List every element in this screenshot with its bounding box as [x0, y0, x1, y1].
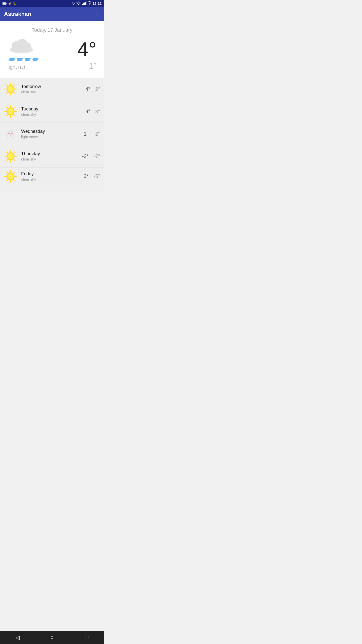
- today-temp-high: 4°: [77, 39, 97, 59]
- svg-line-56: [6, 152, 8, 153]
- forecast-temp-high: 1°: [84, 131, 88, 137]
- svg-line-24: [14, 92, 15, 94]
- svg-line-23: [6, 85, 8, 86]
- forecast-temps: 4°2°: [85, 86, 100, 92]
- battery-icon: [3, 2, 7, 6]
- svg-point-61: [9, 154, 10, 156]
- forecast-info: Tomorrowclear sky: [21, 84, 85, 94]
- app-title: Astrakhan: [4, 11, 31, 17]
- rain-lines: [8, 58, 39, 61]
- forecast-day-label: Thursday: [21, 151, 82, 156]
- weather-icon-today: [8, 38, 38, 61]
- forecast-weather-icon: [4, 170, 17, 183]
- forecast-temp-low: -7°: [94, 153, 100, 159]
- svg-rect-7: [86, 2, 86, 5]
- charging-icon: ⚡: [88, 1, 91, 6]
- forecast-info: Thursdayclear sky: [21, 151, 82, 161]
- forecast-temp-high: 2°: [84, 173, 88, 179]
- forecast-weather-icon: [4, 150, 17, 163]
- forecast-info: Wednesdaylight snow: [21, 129, 84, 139]
- forecast-condition-label: clear sky: [21, 157, 82, 161]
- svg-line-57: [14, 159, 15, 161]
- svg-point-28: [9, 87, 10, 89]
- svg-line-58: [14, 152, 15, 153]
- forecast-item[interactable]: Wednesdaylight snow1°-2°: [0, 123, 104, 145]
- svg-rect-16: [13, 50, 31, 51]
- forecast-info: Fridayclear sky: [21, 171, 84, 181]
- today-date: Today, 17 January: [5, 27, 99, 33]
- svg-line-70: [14, 172, 15, 173]
- svg-point-49: [10, 136, 11, 137]
- forecast-temp-low: 2°: [95, 86, 100, 92]
- svg-point-60: [8, 153, 13, 159]
- today-weather-left: light rain: [8, 38, 38, 70]
- svg-point-46: [11, 132, 12, 132]
- forecast-temp-low: -5°: [94, 173, 100, 179]
- today-condition: light rain: [8, 64, 27, 70]
- svg-point-27: [8, 86, 13, 92]
- svg-line-35: [6, 107, 8, 108]
- svg-rect-5: [84, 3, 85, 5]
- svg-rect-4: [83, 3, 84, 5]
- forecast-temps: -2°-7°: [82, 153, 100, 159]
- forecast-temps: 1°-2°: [84, 131, 100, 137]
- status-right-icons: ↻ ⚡ 12:12: [72, 1, 102, 6]
- forecast-condition-label: light snow: [21, 135, 84, 139]
- svg-point-73: [9, 175, 10, 176]
- today-section: Today, 17 January: [0, 21, 104, 78]
- refresh-icon: ↻: [72, 2, 75, 6]
- menu-button[interactable]: ⋮: [94, 11, 100, 17]
- forecast-temps: 2°-5°: [84, 173, 100, 179]
- forecast-temp-high: 4°: [85, 86, 90, 92]
- svg-rect-3: [82, 4, 83, 5]
- forecast-temps: 9°3°: [85, 109, 100, 114]
- svg-point-39: [8, 109, 13, 114]
- forecast-temp-low: 3°: [95, 109, 100, 114]
- svg-line-26: [6, 92, 8, 94]
- forecast-item[interactable]: Thursdayclear sky-2°-7°: [0, 145, 104, 168]
- svg-line-25: [14, 85, 15, 86]
- app-bar: Astrakhan ⋮: [0, 7, 104, 21]
- forecast-weather-icon: [4, 83, 17, 96]
- wifi-icon: [76, 2, 81, 6]
- forecast-condition-label: clear sky: [21, 112, 85, 116]
- svg-line-36: [14, 114, 15, 116]
- forecast-info: Tuesdayclear sky: [21, 106, 85, 116]
- today-weather-right: 4° 1°: [77, 38, 97, 71]
- svg-line-38: [6, 114, 8, 116]
- svg-point-72: [8, 174, 13, 179]
- usb-icon: ⚡: [8, 2, 12, 5]
- forecast-day-label: Tomorrow: [21, 84, 85, 89]
- today-weather: light rain 4° 1°: [5, 38, 99, 71]
- forecast-temp-high: 9°: [85, 109, 90, 114]
- svg-rect-1: [6, 3, 7, 4]
- forecast-temp-low: -2°: [94, 131, 100, 137]
- svg-rect-9: [89, 1, 90, 2]
- cloud-svg: [8, 38, 35, 54]
- signal-icon: [82, 2, 86, 6]
- svg-point-45: [10, 132, 10, 132]
- svg-line-71: [6, 179, 8, 181]
- status-left-icons: ⚡ 🐛: [3, 2, 17, 6]
- status-bar: ⚡ 🐛 ↻ ⚡ 12:: [0, 0, 104, 7]
- svg-line-37: [14, 107, 15, 108]
- forecast-day-label: Wednesday: [21, 129, 84, 134]
- svg-rect-2: [3, 2, 6, 4]
- forecast-item[interactable]: Fridayclear sky2°-5°: [0, 168, 104, 185]
- svg-text:⚡: ⚡: [88, 2, 91, 5]
- svg-line-59: [6, 159, 8, 161]
- forecast-day-label: Friday: [21, 171, 84, 177]
- forecast-item[interactable]: Tomorrowclear sky4°2°: [0, 78, 104, 100]
- forecast-list: Tomorrowclear sky4°2° Tuesdayclear sky9°…: [0, 78, 104, 185]
- svg-rect-6: [85, 2, 86, 5]
- forecast-day-label: Tuesday: [21, 106, 85, 112]
- today-temp-low: 1°: [89, 61, 97, 71]
- svg-line-69: [14, 179, 15, 181]
- svg-point-40: [9, 110, 10, 111]
- forecast-condition-label: clear sky: [21, 90, 85, 94]
- forecast-temp-high: -2°: [82, 153, 88, 159]
- forecast-weather-icon: [4, 127, 17, 140]
- forecast-weather-icon: [4, 105, 17, 118]
- forecast-item[interactable]: Tuesdayclear sky9°3°: [0, 100, 104, 123]
- time-display: 12:12: [93, 2, 102, 6]
